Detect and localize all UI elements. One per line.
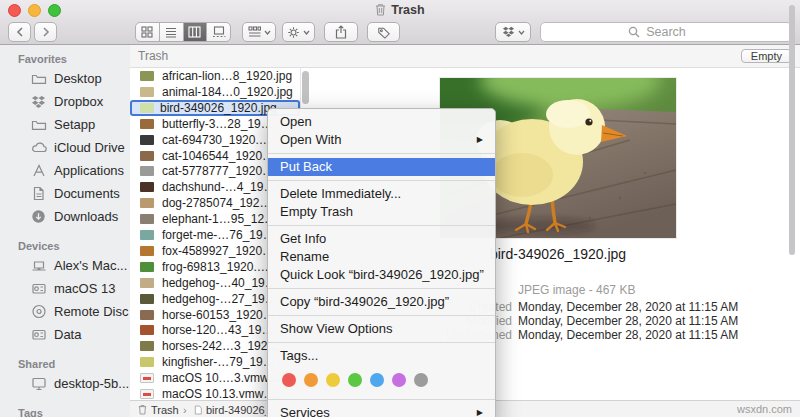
image-thumbnail-icon — [140, 294, 154, 304]
tag-button[interactable] — [367, 22, 400, 42]
menu-item-label: Copy “bird-349026_1920.jpg” — [280, 293, 449, 311]
tag-color-dot[interactable] — [348, 373, 362, 387]
menu-item-show-view-options[interactable]: Show View Options — [268, 320, 495, 338]
sidebar-item-macos-13[interactable]: macOS 13 — [0, 277, 130, 300]
dropbox-menu-button[interactable] — [495, 22, 531, 42]
menu-item-quick-look-bird-349026-1920-jpg[interactable]: Quick Look “bird-349026_1920.jpg” — [268, 266, 495, 284]
menu-item-open[interactable]: Open — [268, 113, 495, 131]
sidebar-section-tags: Tags — [18, 405, 130, 417]
back-button[interactable] — [8, 22, 31, 42]
menu-separator — [268, 180, 495, 181]
path-item-file[interactable]: bird-349026_1920.jpg — [194, 402, 266, 417]
document-icon — [31, 186, 48, 201]
share-icon — [335, 25, 347, 39]
sidebar-section-shared: Shared — [18, 356, 130, 372]
share-button[interactable] — [324, 22, 358, 42]
search-input[interactable] — [540, 22, 792, 42]
image-thumbnail-icon — [140, 278, 154, 288]
sidebar-item-desktop-5b[interactable]: desktop-5b... — [0, 372, 130, 395]
action-button[interactable] — [282, 22, 315, 42]
menu-item-open-with[interactable]: Open With▶ — [268, 131, 495, 149]
menu-item-label: Tags... — [280, 347, 318, 365]
path-separator: › — [183, 402, 187, 417]
sidebar-item-label: macOS 13 — [54, 281, 115, 296]
menu-item-empty-trash[interactable]: Empty Trash — [268, 203, 495, 221]
file-name: frog-69813_1920.… — [162, 260, 269, 274]
tag-color-dot[interactable] — [282, 373, 296, 387]
preview-kind-size: JPEG image - 467 KB — [518, 283, 635, 297]
menu-item-copy-bird-349026-1920-jpg[interactable]: Copy “bird-349026_1920.jpg” — [268, 293, 495, 311]
sidebar-item-label: desktop-5b... — [54, 376, 129, 391]
vm-file-icon — [140, 373, 154, 383]
menu-separator — [268, 288, 495, 289]
dropbox-icon — [31, 95, 48, 109]
file-row[interactable]: african-lion…8_1920.jpg — [130, 68, 300, 84]
image-thumbnail-icon — [140, 357, 154, 367]
image-thumbnail-icon — [140, 325, 154, 335]
sidebar-item-downloads[interactable]: Downloads — [0, 205, 130, 228]
meta-value: Monday, December 28, 2020 at 11:15 AM — [518, 328, 738, 342]
tag-color-dot[interactable] — [392, 373, 406, 387]
submenu-arrow-icon: ▶ — [477, 131, 483, 149]
sidebar-item-icloud-drive[interactable]: iCloud Drive — [0, 136, 130, 159]
sidebar-item-label: Remote Disc — [54, 304, 128, 319]
trash-icon — [375, 3, 386, 16]
file-name: forget-me-…76_19… — [162, 228, 275, 242]
menu-item-label: Show View Options — [280, 320, 393, 338]
file-name: dog-2785074_192… — [162, 196, 271, 210]
image-thumbnail-icon — [140, 103, 154, 113]
harddrive-icon — [31, 327, 48, 342]
sidebar-item-documents[interactable]: Documents — [0, 182, 130, 205]
image-thumbnail-icon — [140, 198, 154, 208]
menu-item-put-back[interactable]: Put Back — [268, 158, 495, 176]
file-name: bird-349026_1920.jpg — [160, 101, 277, 115]
sidebar-item-label: Dropbox — [54, 94, 103, 109]
sidebar-item-setapp[interactable]: Setapp — [0, 113, 130, 136]
icon-view-button[interactable] — [136, 23, 160, 41]
sidebar-item-dropbox[interactable]: Dropbox — [0, 90, 130, 113]
view-switcher — [135, 22, 231, 42]
file-name: horse-120…43_19… — [162, 323, 273, 337]
group-button[interactable] — [242, 22, 276, 42]
empty-trash-button[interactable]: Empty — [741, 49, 792, 63]
gallery-view-button[interactable] — [207, 23, 230, 41]
cloud-icon — [31, 140, 48, 155]
sidebar-item-alex-s-mac[interactable]: Alex's Mac... — [0, 254, 130, 277]
meta-value: Monday, December 28, 2020 at 11:15 AM — [518, 314, 738, 328]
list-view-button[interactable] — [160, 23, 184, 41]
sidebar-item-desktop[interactable]: Desktop — [0, 67, 130, 90]
tag-color-dot[interactable] — [414, 373, 428, 387]
sidebar-item-applications[interactable]: Applications — [0, 159, 130, 182]
sidebar-item-data[interactable]: Data — [0, 323, 130, 346]
column-view-button[interactable] — [184, 23, 208, 41]
sidebar: FavoritesDesktopDropboxSetappiCloud Driv… — [0, 45, 130, 417]
file-list-scrollbar[interactable] — [302, 71, 309, 104]
file-row[interactable]: animal-184…0_1920.jpg — [130, 84, 300, 100]
disc-icon — [31, 304, 48, 319]
tag-color-dot[interactable] — [326, 373, 340, 387]
image-thumbnail-icon — [140, 182, 154, 192]
menu-item-label: Get Info — [280, 230, 326, 248]
menu-item-rename[interactable]: Rename — [268, 248, 495, 266]
forward-button[interactable] — [34, 22, 57, 42]
menu-item-tags[interactable]: Tags... — [268, 347, 495, 365]
image-thumbnail-icon — [140, 246, 154, 256]
sidebar-scrollbar[interactable] — [789, 5, 795, 255]
sidebar-item-remote-disc[interactable]: Remote Disc — [0, 300, 130, 323]
submenu-arrow-icon: ▶ — [477, 404, 483, 417]
display-icon — [31, 376, 48, 391]
tag-icon — [377, 26, 391, 39]
menu-item-label: Put Back — [280, 158, 332, 176]
image-thumbnail-icon — [140, 230, 154, 240]
tag-color-dot[interactable] — [370, 373, 384, 387]
downloads-icon — [31, 209, 48, 224]
folder-icon — [31, 117, 48, 132]
menu-item-delete-immediately[interactable]: Delete Immediately... — [268, 185, 495, 203]
menu-item-services[interactable]: Services▶ — [268, 404, 495, 417]
path-item-trash[interactable]: Trash — [138, 402, 179, 417]
image-thumbnail-icon — [140, 310, 154, 320]
menu-separator — [268, 399, 495, 400]
menu-item-get-info[interactable]: Get Info — [268, 230, 495, 248]
tag-color-dot[interactable] — [304, 373, 318, 387]
applications-icon — [31, 163, 48, 178]
